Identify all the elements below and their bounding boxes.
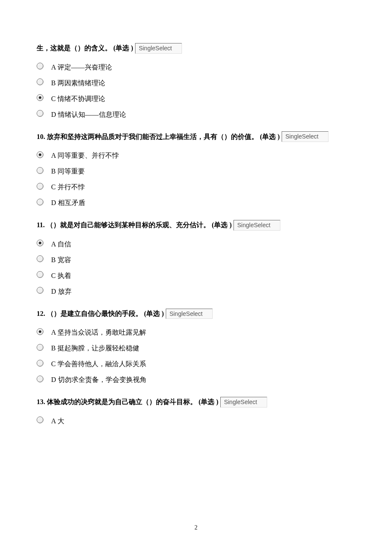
radio-icon[interactable] [37, 199, 43, 205]
option-row[interactable]: D 切勿求全责备，学会变换视角 [37, 376, 355, 384]
option-label: A 评定——兴奋理论 [51, 63, 112, 72]
radio-icon[interactable] [37, 63, 43, 69]
option-row[interactable]: D 情绪认知——信息理论 [37, 110, 355, 119]
option-label: D 相互矛盾 [51, 199, 85, 208]
radio-icon[interactable] [37, 110, 43, 117]
question-text: 13. 体验成功的决窍就是为自己确立（）的奋斗目标。 (单选 ) [37, 396, 219, 408]
radio-icon[interactable] [37, 287, 43, 294]
option-row[interactable]: B 宽容 [37, 256, 355, 265]
option-label: A 自信 [51, 240, 71, 249]
question-text: 生，这就是（）的含义。 (单选 ) [37, 43, 133, 54]
option-row[interactable]: D 相互矛盾 [37, 199, 355, 208]
option-label: A 大 [51, 417, 64, 426]
question-text: 11. （）就是对自己能够达到某种目标的乐观、充分估计。 (单选 ) [37, 220, 232, 231]
option-label: B 同等重要 [51, 167, 85, 176]
option-row[interactable]: C 执着 [37, 272, 355, 280]
radio-icon[interactable] [37, 328, 43, 335]
option-label: A 坚持当众说话，勇敢吐露见解 [51, 328, 146, 337]
option-row[interactable]: C 情绪不协调理论 [37, 95, 355, 104]
option-label: B 两因素情绪理论 [51, 79, 105, 88]
option-label: B 宽容 [51, 256, 71, 265]
question-10: 10. 放弃和坚持这两种品质对于我们能否过上幸福生活，具有（）的价值。 (单选 … [37, 131, 355, 208]
radio-icon[interactable] [37, 376, 43, 382]
radio-icon[interactable] [37, 151, 43, 158]
type-tag: SingleSelect [166, 309, 213, 319]
question-text-row: 生，这就是（）的含义。 (单选 ) SingleSelect [37, 43, 355, 54]
type-tag: SingleSelect [220, 397, 267, 408]
option-label: C 情绪不协调理论 [51, 95, 105, 104]
radio-icon[interactable] [37, 167, 43, 174]
option-row[interactable]: D 放弃 [37, 287, 355, 296]
option-row[interactable]: B 两因素情绪理论 [37, 79, 355, 88]
question-11: 11. （）就是对自己能够达到某种目标的乐观、充分估计。 (单选 ) Singl… [37, 220, 355, 296]
question-text: 12. （）是建立自信心最快的手段。 (单选 ) [37, 308, 164, 319]
option-label: D 切勿求全责备，学会变换视角 [51, 376, 147, 384]
option-label: C 执着 [51, 272, 71, 280]
question-text-row: 11. （）就是对自己能够达到某种目标的乐观、充分估计。 (单选 ) Singl… [37, 220, 355, 231]
type-tag: SingleSelect [135, 43, 182, 54]
page: 生，这就是（）的含义。 (单选 ) SingleSelect A 评定——兴奋理… [0, 0, 392, 537]
option-label: B 挺起胸膛，让步履轻松稳健 [51, 344, 139, 353]
radio-icon[interactable] [37, 271, 43, 278]
question-text: 10. 放弃和坚持这两种品质对于我们能否过上幸福生活，具有（）的价值。 (单选 … [37, 131, 280, 142]
option-row[interactable]: C 并行不悖 [37, 183, 355, 192]
option-label: C 并行不悖 [51, 183, 85, 192]
radio-icon[interactable] [37, 78, 43, 85]
option-label: D 情绪认知——信息理论 [51, 110, 126, 119]
option-label: A 同等重要、并行不悖 [51, 151, 119, 160]
type-tag: SingleSelect [233, 220, 280, 231]
option-row[interactable]: A 自信 [37, 240, 355, 249]
question-text-row: 12. （）是建立自信心最快的手段。 (单选 ) SingleSelect [37, 308, 355, 319]
radio-icon[interactable] [37, 255, 43, 262]
page-number: 2 [0, 524, 392, 531]
type-tag: SingleSelect [282, 131, 329, 142]
radio-icon[interactable] [37, 344, 43, 351]
option-row[interactable]: C 学会善待他人，融洽人际关系 [37, 360, 355, 369]
question-9: 生，这就是（）的含义。 (单选 ) SingleSelect A 评定——兴奋理… [37, 43, 355, 119]
option-row[interactable]: A 坚持当众说话，勇敢吐露见解 [37, 328, 355, 337]
question-12: 12. （）是建立自信心最快的手段。 (单选 ) SingleSelect A … [37, 308, 355, 385]
radio-icon[interactable] [37, 416, 43, 423]
question-text-row: 13. 体验成功的决窍就是为自己确立（）的奋斗目标。 (单选 ) SingleS… [37, 396, 355, 408]
option-row[interactable]: A 大 [37, 417, 355, 426]
radio-icon[interactable] [37, 94, 43, 101]
radio-icon[interactable] [37, 183, 43, 190]
option-row[interactable]: A 同等重要、并行不悖 [37, 151, 355, 160]
radio-icon[interactable] [37, 360, 43, 367]
radio-icon[interactable] [37, 240, 43, 246]
option-row[interactable]: B 挺起胸膛，让步履轻松稳健 [37, 344, 355, 353]
question-text-row: 10. 放弃和坚持这两种品质对于我们能否过上幸福生活，具有（）的价值。 (单选 … [37, 131, 355, 142]
option-label: C 学会善待他人，融洽人际关系 [51, 360, 146, 369]
option-row[interactable]: A 评定——兴奋理论 [37, 63, 355, 72]
option-row[interactable]: B 同等重要 [37, 167, 355, 176]
option-label: D 放弃 [51, 287, 72, 296]
question-13: 13. 体验成功的决窍就是为自己确立（）的奋斗目标。 (单选 ) SingleS… [37, 396, 355, 426]
